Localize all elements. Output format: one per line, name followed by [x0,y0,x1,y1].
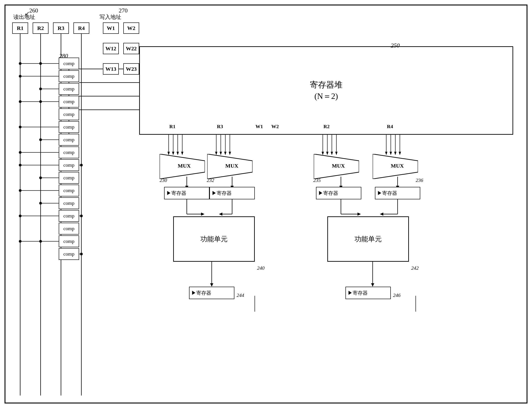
mux-235-svg: MUX [314,154,359,179]
svg-point-37 [39,177,42,179]
svg-point-52 [39,240,42,243]
svg-marker-128 [210,283,213,287]
svg-marker-119 [201,212,204,216]
comp-box-16: comp [59,248,79,260]
mux-232-svg: MUX [207,154,252,179]
port-w1: W1 [256,124,263,129]
comp-box-13: comp [59,210,79,222]
comp-box-4: comp [59,96,79,108]
w1-box: W1 [103,22,119,34]
comp-box-3: comp [59,83,79,95]
mux-232-container: MUX [207,154,252,180]
r4-box: R4 [74,22,89,34]
comp-box-5: comp [59,108,79,120]
func-unit-240: 功能单元 [173,216,255,262]
label-244: 244 [237,292,244,298]
reg-232: ▶寄存器 [209,187,255,199]
mux-236-container: MUX [373,154,418,180]
comp-box-11: comp [59,185,79,196]
label-230: 230 [160,177,167,183]
comp-box-10: comp [59,172,79,184]
label-240: 240 [257,265,265,271]
comp-box-1: comp [59,58,79,69]
label-235: 235 [313,177,321,183]
svg-marker-126 [380,212,383,216]
label-246: 246 [393,292,400,298]
svg-marker-120 [219,212,222,216]
comp-box-14: comp [59,223,79,235]
mux-230-svg: MUX [160,154,205,179]
reg-246: ▶寄存器 [345,287,391,299]
label-242: 242 [411,265,419,271]
w22-box: W22 [123,43,139,54]
svg-point-46 [80,214,83,217]
comp-box-15: comp [59,235,79,247]
r3-box: R3 [53,22,69,34]
comp-box-9: comp [59,159,79,171]
svg-point-10 [39,62,42,65]
svg-point-17 [39,87,42,90]
svg-point-45 [19,214,22,217]
svg-point-43 [39,202,42,204]
regfile-title: 寄存器堆 (N＝2) [310,79,342,102]
label-read-addr: 读出地址 [13,13,35,21]
svg-point-31 [19,151,22,154]
w2-box: W2 [123,22,139,34]
diagram-container: ↙ 260 读出地址 270 写入地址 R1 R2 R3 R4 W1 W2 W1… [5,5,527,403]
svg-text:MUX: MUX [332,163,345,169]
port-r4: R4 [387,124,393,129]
svg-point-19 [19,100,22,103]
svg-point-15 [19,75,22,77]
label-232: 232 [207,177,214,183]
svg-point-39 [19,189,22,192]
label-270: 270 [119,7,128,14]
reg-230: ▶寄存器 [164,187,209,199]
svg-point-20 [39,100,42,103]
svg-point-25 [19,126,22,128]
port-r3: R3 [217,124,223,129]
svg-point-33 [80,164,83,166]
comp-box-8: comp [59,146,79,158]
port-r2: R2 [324,124,330,129]
port-w2: W2 [271,124,279,129]
svg-point-9 [19,62,22,65]
comp-box-7: comp [59,134,79,146]
label-236: 236 [416,177,423,183]
r1-box: R1 [12,22,28,34]
label-write-addr: 写入地址 [100,13,121,21]
svg-text:MUX: MUX [178,163,191,169]
svg-text:MUX: MUX [225,163,239,169]
func-unit-242: 功能单元 [327,216,409,262]
comp-box-12: comp [59,197,79,209]
comp-box-2: comp [59,70,79,82]
label-250: 250 [391,42,400,49]
reg-235: ▶寄存器 [316,187,361,199]
mux-230-container: MUX [160,154,205,180]
svg-point-27 [39,138,42,141]
svg-marker-130 [371,283,374,287]
r2-box: R2 [33,22,49,34]
svg-point-34 [19,164,22,166]
mux-236-svg: MUX [373,154,418,179]
reg-244: ▶寄存器 [189,287,234,299]
w13-box: W13 [103,63,119,75]
comp-column: comp comp comp comp comp comp comp comp … [59,58,79,260]
svg-point-51 [19,240,22,243]
label-260: 260 [29,7,38,14]
comp-box-6: comp [59,121,79,133]
svg-text:MUX: MUX [391,163,404,169]
reg-236: ▶寄存器 [375,187,420,199]
w12-box: W12 [103,43,119,54]
mux-235-container: MUX [314,154,359,180]
regfile-box: 寄存器堆 (N＝2) R1 R3 W1 W2 R2 R4 [139,46,513,135]
w23-box: W23 [123,63,139,75]
svg-marker-125 [357,212,361,216]
port-r1: R1 [169,124,175,129]
svg-point-55 [80,253,83,255]
